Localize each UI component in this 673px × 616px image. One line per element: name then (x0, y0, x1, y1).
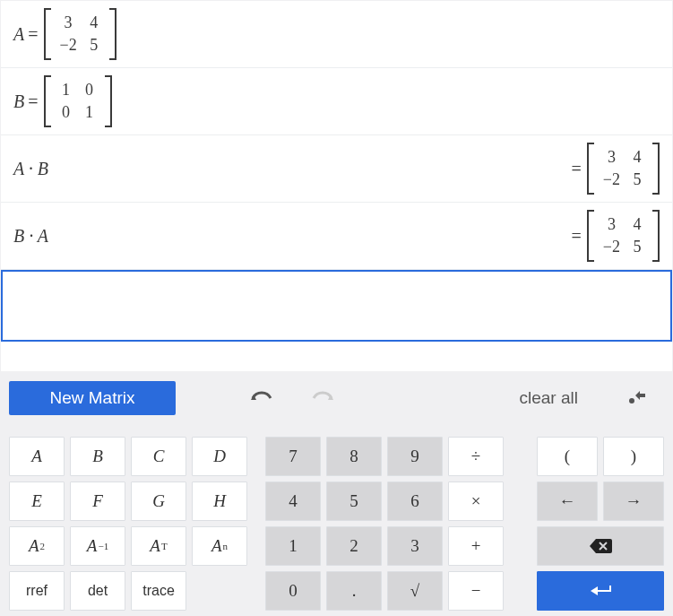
expression: B · A (13, 226, 48, 247)
key-multiply[interactable]: × (448, 482, 504, 521)
key-divide[interactable]: ÷ (448, 437, 504, 476)
key-decimal[interactable]: . (326, 571, 382, 611)
key-enter[interactable] (537, 571, 664, 611)
matrix-result: 34 −25 (598, 210, 649, 262)
key-C[interactable]: C (131, 437, 186, 476)
key-rref[interactable]: rref (9, 571, 65, 611)
key-backspace[interactable] (537, 526, 664, 566)
key-A-power-n[interactable]: An (192, 526, 247, 566)
key-A-transpose[interactable]: AT (131, 526, 186, 566)
bracket-left (44, 75, 51, 127)
key-sqrt[interactable]: √ (387, 571, 443, 611)
key-8[interactable]: 8 (326, 437, 382, 476)
key-9[interactable]: 9 (387, 437, 443, 476)
keypad-panel: New Matrix clear all A B C D E F G H A2 … (0, 372, 673, 616)
equals: = (572, 226, 582, 247)
key-6[interactable]: 6 (387, 482, 443, 521)
key-7[interactable]: 7 (265, 437, 321, 476)
key-A-inverse[interactable]: A−1 (70, 526, 125, 566)
key-trace[interactable]: trace (131, 571, 186, 611)
key-F[interactable]: F (70, 482, 125, 521)
history-row[interactable]: B = 10 01 (1, 68, 672, 135)
key-D[interactable]: D (192, 437, 247, 476)
key-G[interactable]: G (131, 482, 186, 521)
numeric-keypad: 7 8 9 ÷ 4 5 6 × 1 2 3 + 0 . √ − (265, 437, 506, 611)
key-0[interactable]: 0 (265, 571, 321, 611)
redo-button[interactable] (296, 382, 349, 414)
expression: A · B (13, 159, 48, 179)
equals: = (572, 159, 582, 179)
key-3[interactable]: 3 (387, 526, 443, 566)
key-4[interactable]: 4 (265, 482, 321, 521)
var-label: B (13, 91, 24, 112)
variable-keypad: A B C D E F G H A2 A−1 AT An rref det tr… (9, 437, 251, 611)
bracket-right (652, 210, 660, 262)
key-plus[interactable]: + (448, 526, 504, 566)
settings-button[interactable] (610, 382, 664, 414)
key-B[interactable]: B (70, 437, 125, 476)
key-H[interactable]: H (192, 482, 247, 521)
history-row[interactable]: A = 34 −25 (1, 1, 672, 68)
key-right-arrow[interactable]: → (603, 482, 664, 521)
key-A-squared[interactable]: A2 (9, 526, 65, 566)
equals: = (28, 91, 38, 112)
active-input[interactable] (1, 270, 672, 342)
key-lparen[interactable]: ( (537, 437, 598, 476)
key-left-arrow[interactable]: ← (537, 482, 598, 521)
bracket-right (105, 75, 112, 127)
key-minus[interactable]: − (448, 571, 504, 611)
new-matrix-button[interactable]: New Matrix (9, 381, 176, 415)
equals: = (28, 24, 38, 45)
key-2[interactable]: 2 (326, 526, 382, 566)
history-row[interactable]: B · A = 34 −25 (1, 203, 672, 270)
bracket-left (587, 210, 594, 262)
key-1[interactable]: 1 (265, 526, 321, 566)
nav-keypad: ( ) ← → (521, 437, 664, 611)
bracket-right (109, 8, 116, 60)
clear-all-button[interactable]: clear all (495, 388, 603, 408)
key-det[interactable]: det (70, 571, 125, 611)
key-rparen[interactable]: ) (603, 437, 664, 476)
key-5[interactable]: 5 (326, 482, 382, 521)
key-E[interactable]: E (9, 482, 65, 521)
var-label: A (13, 24, 24, 45)
history-row[interactable]: A · B = 34 −25 (1, 135, 672, 203)
history-panel[interactable]: A = 34 −25 B = 10 01 A · B = (0, 0, 673, 372)
matrix-B: 10 01 (55, 75, 101, 127)
key-A[interactable]: A (9, 437, 65, 476)
bracket-left (587, 143, 594, 195)
undo-button[interactable] (235, 382, 289, 414)
matrix-A: 34 −25 (55, 8, 106, 60)
matrix-result: 34 −25 (598, 143, 649, 195)
bracket-right (652, 143, 660, 195)
bracket-left (44, 8, 51, 60)
